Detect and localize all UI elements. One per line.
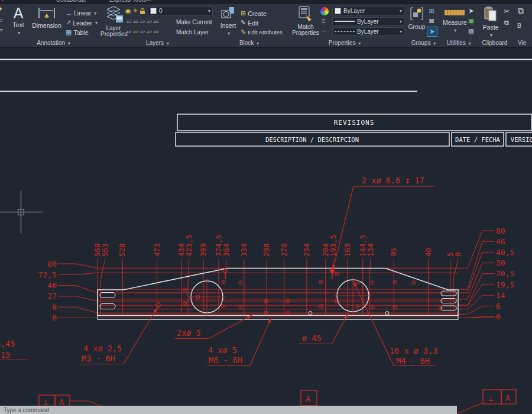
paste-button[interactable]: Paste ▾ xyxy=(481,6,501,38)
chevron-down-icon: ▾ xyxy=(454,28,456,33)
panel-label-properties[interactable]: Properties ▾ xyxy=(283,40,407,46)
dimension-button[interactable]: Dimension xyxy=(29,7,64,29)
turn-on-layers-icon[interactable]: ▱ xyxy=(133,28,138,35)
right-dim-label: 46 xyxy=(496,237,505,246)
table-button[interactable]: ▦ Table xyxy=(66,28,89,36)
lock-layer-icon[interactable]: ▱ xyxy=(140,18,145,25)
edit-attributes-button[interactable]: ✎ Edit Attributes ▾ xyxy=(241,28,288,36)
edit-block-button[interactable]: ✎ Edit xyxy=(241,19,258,27)
small-tool-icon[interactable]: ▱ xyxy=(0,27,2,33)
top-dim-label: 528 xyxy=(118,243,126,257)
quick-select-icon[interactable]: ➤ xyxy=(466,7,476,15)
layer-unlock-icon[interactable] xyxy=(140,6,145,17)
crosshair-cursor xyxy=(0,190,43,234)
chevron-down-icon: ▾ xyxy=(18,30,20,35)
freeze-layer-icon[interactable]: ▱ xyxy=(126,18,131,25)
panel-label-view[interactable]: Vie xyxy=(512,40,532,46)
linear-dimension-icon: ↔ xyxy=(66,9,72,17)
group-edit-icon[interactable]: ⊞ xyxy=(427,7,436,15)
linear-button[interactable]: ↔ Linear ▾ xyxy=(66,9,96,17)
hole-markers xyxy=(156,268,442,315)
off-layer-icon[interactable]: ▱ xyxy=(126,28,131,35)
quick-calculator-icon[interactable]: ▦ xyxy=(466,27,476,35)
panel-label-block[interactable]: Block ▾ xyxy=(216,40,283,46)
create-block-button[interactable]: ⊞ Create xyxy=(241,9,267,17)
callout-edge-partial: 15 xyxy=(1,350,10,360)
thaw-layers-icon[interactable]: ▱ xyxy=(140,28,145,35)
ribbon-tab-strip[interactable]: ▪ Collaborate Express Tools ▱ xyxy=(0,0,532,4)
lineweight-sample xyxy=(335,21,355,22)
insert-button[interactable]: Insert ▾ xyxy=(218,6,238,36)
lineweight-icon[interactable]: ≡ xyxy=(322,18,325,24)
small-tool-icon[interactable]: ▱ xyxy=(0,17,2,24)
cut-icon[interactable]: ✂ xyxy=(502,7,511,16)
command-line[interactable]: Type a command xyxy=(0,406,457,414)
top-dim-label: 193,5 xyxy=(329,234,338,257)
drawing-canvas[interactable]: REVISIONSDESCRIPTION / DESCRIPCIONDATE /… xyxy=(0,47,532,414)
panel-properties: Match Properties ByLayer ▾ ≡ ByLayer ▾ ╌… xyxy=(283,4,407,47)
linetype-icon[interactable]: ╌ xyxy=(322,28,326,34)
multileader-icon[interactable]: ✦ xyxy=(0,6,3,12)
group-button[interactable]: Group xyxy=(407,6,426,30)
right-dim-label: 0 xyxy=(496,312,501,321)
panel-label-utilities[interactable]: Utilities ▾ xyxy=(440,40,477,46)
callout-m4: 16 x ø 3,3 xyxy=(390,346,437,355)
ungroup-icon[interactable]: ⊠ xyxy=(427,17,436,25)
group-icon xyxy=(410,6,424,21)
copy-icon[interactable]: ⧉ xyxy=(502,18,511,27)
top-dim-label: 563 xyxy=(100,243,109,257)
group-selection-icon[interactable]: ➤ xyxy=(427,27,437,37)
measure-button[interactable]: Measure ▾ xyxy=(443,8,466,33)
right-dim-label: 80 xyxy=(496,227,505,235)
top-dim-label: 423,5 xyxy=(184,234,193,257)
linetype-dropdown[interactable]: ByLayer ▾ xyxy=(332,27,404,35)
panel-label-groups[interactable]: Groups ▾ xyxy=(407,40,440,46)
lineweight-dropdown[interactable]: ByLayer ▾ xyxy=(332,17,404,25)
left-dim-label: 80 xyxy=(47,260,57,269)
chevron-down-icon: ▾ xyxy=(95,20,98,25)
layer-on-bulb-icon[interactable]: ◉ xyxy=(125,8,131,14)
top-dim-label: 270 xyxy=(280,243,288,257)
text-button[interactable]: A Text ▾ xyxy=(8,5,29,35)
layer-walk-icon[interactable]: ▱ xyxy=(147,28,151,35)
match-layer-button[interactable]: Match Layer xyxy=(176,29,209,35)
toolbar-icon: ▱ xyxy=(147,0,151,3)
layer-select-dropdown[interactable]: 0 ▾ xyxy=(148,7,213,15)
panel-view: ⧉ B Vie xyxy=(512,4,532,47)
part-geometry xyxy=(98,269,458,320)
unlock-layer-icon[interactable]: ▱ xyxy=(147,18,151,25)
create-block-icon: ⊞ xyxy=(241,9,246,17)
left-dim-label: 72,5 xyxy=(38,270,57,279)
callout-counterbore: 2 xø 6,6 ↧ 17 xyxy=(362,176,424,185)
color-swatch xyxy=(335,8,341,14)
paste-clipboard-icon xyxy=(484,6,498,22)
make-current-icon[interactable]: ▱ xyxy=(154,18,158,25)
chevron-down-icon: ▾ xyxy=(400,8,402,14)
object-color-dropdown[interactable]: ByLayer ▾ xyxy=(332,7,404,15)
match-properties-button[interactable]: Match Properties xyxy=(291,5,320,36)
view-button-label[interactable]: B xyxy=(517,22,521,29)
tab-express-tools[interactable]: Express Tools xyxy=(109,0,146,3)
color-wheel-icon[interactable] xyxy=(320,7,329,15)
panel-label-annotation[interactable]: Annotation ▾ xyxy=(8,40,99,46)
ribbon: ▪ Collaborate Express Tools ▱ ✦ ▱ ▱ A Te… xyxy=(0,0,532,48)
tab-collaborate[interactable]: Collaborate xyxy=(56,0,86,3)
layer-properties-button[interactable]: Layer Properties xyxy=(100,5,126,37)
layer-thaw-sun-icon[interactable]: ☀ xyxy=(132,8,138,14)
leader-button[interactable]: ↗ Leader ▾ xyxy=(66,19,98,27)
app-icon: ▪ xyxy=(1,0,4,3)
layer-tools-row2: ▱ ▱ ▱ ▱ ▱ xyxy=(126,28,158,35)
top-dim-label: 298 xyxy=(262,243,271,257)
match-layer-icon[interactable]: ▱ xyxy=(154,28,158,35)
leader-icon: ↗ xyxy=(66,19,71,27)
callout-m4-thread: M4 - 6H xyxy=(396,356,430,366)
isolate-layer-icon[interactable]: ▱ xyxy=(133,18,138,25)
id-point-icon[interactable]: ▣ xyxy=(466,17,476,25)
make-current-button[interactable]: Make Current xyxy=(176,19,212,25)
view-base-icon[interactable]: ⧉ xyxy=(516,7,525,15)
left-dim-label: 27 xyxy=(47,292,57,300)
panel-label-layers[interactable]: Layers ▾ xyxy=(99,40,216,46)
callout-m6-thread: M6 - 6H xyxy=(209,355,242,365)
linetype-sample xyxy=(335,31,355,32)
top-dim-label: 40 xyxy=(424,248,433,257)
